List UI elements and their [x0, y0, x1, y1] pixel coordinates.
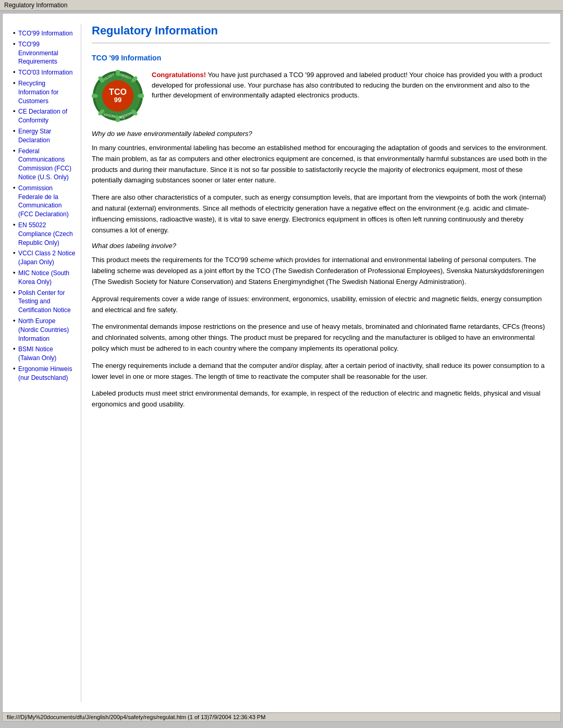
sidebar-link-recycling[interactable]: Recycling Information for Customers	[18, 80, 58, 105]
sidebar-link-mic[interactable]: MIC Notice (South Korea Only)	[18, 269, 69, 286]
sidebar-link-bsmi[interactable]: BSMI Notice (Taiwan Only)	[18, 346, 56, 362]
intro-text: Congratulations! You have just purchased…	[152, 70, 550, 101]
list-item: Federal Communications Commission (FCC) …	[13, 147, 76, 182]
list-item: TCO'03 Information	[13, 68, 76, 77]
paragraph-3: This product meets the requirements for …	[92, 255, 550, 287]
paragraph-5: The environmental demands impose restric…	[92, 322, 550, 354]
tco-intro-block: TCO 99 ECOLOGY ENERGY ERGONOMICS EMISSIO…	[92, 70, 550, 122]
sidebar-link-ce[interactable]: CE Declaration of Conformity	[18, 108, 67, 124]
sidebar-link-energystar[interactable]: Energy Star Declaration	[18, 128, 51, 144]
sidebar-link-vcci[interactable]: VCCI Class 2 Notice (Japan Only)	[18, 250, 75, 266]
sidebar-nav: TCO'99 Information TCO'99 Environmental …	[13, 29, 76, 382]
paragraph-7: Labeled products must meet strict enviro…	[92, 388, 550, 410]
paragraph-1: In many countries, environmental labelin…	[92, 143, 550, 186]
list-item: VCCI Class 2 Notice (Japan Only)	[13, 249, 76, 267]
intro-body-text: You have just purchased a TCO '99 approv…	[152, 71, 542, 99]
paragraph-6: The energy requirements include a demand…	[92, 361, 550, 382]
list-item: Polish Center for Testing and Certificat…	[13, 289, 76, 315]
sidebar-link-nordic[interactable]: North Europe (Nordic Countries) Informat…	[18, 317, 69, 342]
svg-text:99: 99	[114, 96, 121, 104]
paragraph-2: There are also other characteristics of …	[92, 192, 550, 236]
paragraph-4: Approval requirements cover a wide range…	[92, 294, 550, 316]
sidebar-link-en55022[interactable]: EN 55022 Compliance (Czech Republic Only…	[18, 221, 73, 246]
sidebar-link-ergonomie[interactable]: Ergonomie Hinweis (nur Deutschland)	[18, 365, 72, 381]
list-item: Energy Star Declaration	[13, 127, 76, 145]
sidebar-link-tco99env[interactable]: TCO'99 Environmental Requirements	[18, 41, 58, 66]
status-bar: file:///D|/My%20documents/dfu/J/english/…	[3, 712, 560, 721]
main-content: Regulatory Information TCO '99 Informati…	[81, 24, 550, 702]
question-1: Why do we have environmentally labeled c…	[92, 130, 550, 138]
status-bar-text: file:///D|/My%20documents/dfu/J/english/…	[7, 714, 265, 720]
divider	[92, 43, 550, 43]
tco-logo: TCO 99 ECOLOGY ENERGY ERGONOMICS EMISSIO…	[92, 70, 144, 122]
sidebar-link-fcc[interactable]: Federal Communications Commission (FCC) …	[18, 147, 71, 181]
list-item: CE Declaration of Conformity	[13, 107, 76, 125]
sidebar: TCO'99 Information TCO'99 Environmental …	[13, 24, 81, 702]
list-item: Ergonomie Hinweis (nur Deutschland)	[13, 365, 76, 382]
title-bar: Regulatory Information	[0, 0, 563, 11]
sidebar-link-tco03[interactable]: TCO'03 Information	[18, 69, 72, 76]
content-area: TCO'99 Information TCO'99 Environmental …	[3, 14, 560, 712]
list-item: North Europe (Nordic Countries) Informat…	[13, 317, 76, 343]
page-title: Regulatory Information	[92, 24, 550, 38]
list-item: Recycling Information for Customers	[13, 79, 76, 105]
title-bar-text: Regulatory Information	[4, 2, 67, 9]
list-item: MIC Notice (South Korea Only)	[13, 269, 76, 287]
list-item: Commission Federale de la Communication …	[13, 184, 76, 219]
sidebar-link-cfcc[interactable]: Commission Federale de la Communication …	[18, 184, 69, 218]
list-item: TCO'99 Environmental Requirements	[13, 40, 76, 66]
sidebar-link-polish[interactable]: Polish Center for Testing and Certificat…	[18, 289, 71, 314]
sidebar-link-tco99info[interactable]: TCO'99 Information	[18, 30, 72, 37]
section-title-tco99: TCO '99 Information	[92, 54, 550, 62]
list-item: TCO'99 Information	[13, 29, 76, 38]
congrats-text: Congratulations!	[152, 71, 206, 79]
list-item: EN 55022 Compliance (Czech Republic Only…	[13, 221, 76, 247]
list-item: BSMI Notice (Taiwan Only)	[13, 345, 76, 363]
question-2: What does labeling involve?	[92, 242, 550, 250]
browser-window: TCO'99 Information TCO'99 Environmental …	[2, 13, 561, 722]
svg-text:TCO: TCO	[109, 88, 127, 96]
